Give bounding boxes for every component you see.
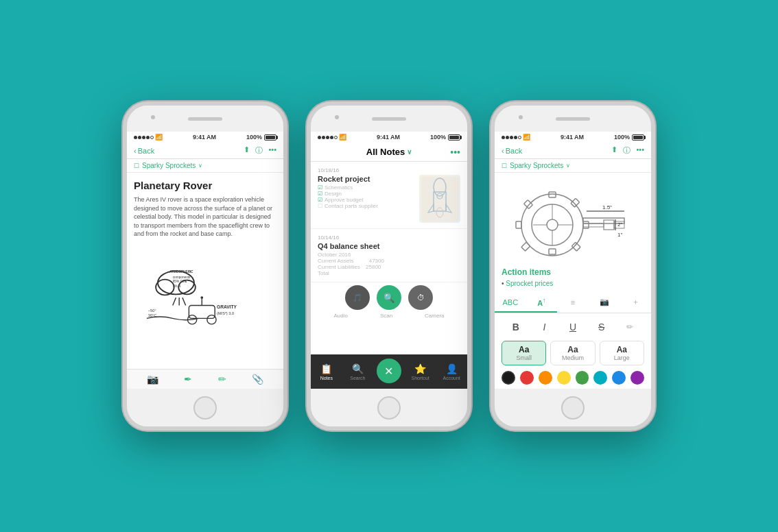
camera-scan-button[interactable]: ⏱: [408, 285, 433, 310]
svg-point-29: [547, 219, 558, 230]
note-list-title-1: Rocket project: [318, 175, 415, 183]
tab-shortcut[interactable]: ⭐ Shortcut: [405, 354, 436, 389]
color-green[interactable]: [576, 371, 589, 385]
tab-bar-2: 📋 Notes 🔍 Search ✕ ⭐ Shortcut 👤: [311, 354, 467, 389]
phone-bottom-1: [127, 389, 283, 426]
photo-tab-icon: 📷: [600, 298, 609, 306]
color-blue[interactable]: [612, 371, 626, 385]
notes-tab-icon: 📋: [320, 363, 332, 374]
tab-search[interactable]: 🔍 Search: [342, 354, 374, 389]
svg-text:30°C: 30°C: [148, 313, 157, 317]
account-tab-icon: 👤: [446, 363, 458, 374]
svg-rect-30: [549, 192, 556, 197]
format-tab-photo[interactable]: 📷: [589, 293, 620, 313]
info-icon-1[interactable]: ⓘ: [255, 145, 263, 156]
list-nav: All Notes ∨ •••: [311, 143, 467, 162]
note-date-2: 10/14/16: [318, 234, 460, 241]
scan-buttons: 🎵 🔍 ⏱: [311, 282, 467, 313]
phones-container: 📶 9:41 AM 100% ‹ Back ⬆ ⓘ •••: [123, 101, 655, 431]
svg-rect-36: [571, 242, 580, 251]
strikethrough-button[interactable]: S: [590, 317, 613, 337]
screen-2: 📶 9:41 AM 100% All Notes ∨ •••: [311, 132, 467, 389]
format-tab-text[interactable]: ABC: [495, 293, 526, 313]
rocket-preview-img: [419, 175, 460, 223]
tag-name-3[interactable]: Sparky Sprockets: [510, 162, 563, 169]
svg-text:ATMOSPHERIC: ATMOSPHERIC: [169, 270, 193, 274]
size-large-button[interactable]: Aa Large: [600, 341, 644, 365]
format-tab-add[interactable]: ＋: [620, 293, 651, 313]
info-icon-3[interactable]: ⓘ: [623, 145, 630, 156]
note-date-1: 10/18/16: [318, 167, 460, 173]
color-orange[interactable]: [539, 371, 552, 385]
color-purple[interactable]: [630, 371, 644, 385]
attachment-tool-icon[interactable]: 📎: [252, 374, 263, 385]
size-small-button[interactable]: Aa Small: [502, 341, 546, 365]
camera-2: [335, 115, 339, 119]
tab-add[interactable]: ✕: [373, 354, 405, 389]
svg-rect-10: [189, 305, 215, 318]
style-buttons-row: B I U S ✏: [502, 317, 644, 337]
wifi-icon-1: 📶: [155, 134, 163, 141]
italic-button[interactable]: I: [532, 317, 556, 337]
sketch-svg-1: ATMOSPHERIC components 95% CO₂ 3% N: [134, 244, 276, 354]
pencil-tool-icon[interactable]: ✏: [218, 374, 226, 385]
share-icon-1[interactable]: ⬆: [244, 145, 250, 156]
home-button-1[interactable]: [193, 396, 217, 420]
format-content: 1.5" 2" 1" Action items • Sprocket price…: [495, 173, 651, 293]
list-item[interactable]: 10/18/16 Rocket project ☑Schematics ☑Des…: [311, 162, 467, 229]
more-icon-3[interactable]: •••: [636, 145, 644, 156]
battery-icon-1: [264, 134, 276, 141]
pen-tool-icon[interactable]: ✒: [184, 374, 192, 385]
note-tasks-1: ☑Schematics ☑Design ☑Approve budget ☐Con…: [318, 184, 415, 209]
color-yellow[interactable]: [557, 371, 571, 385]
list-item[interactable]: 10/14/16 Q4 balance sheet October 2016 C…: [311, 229, 467, 282]
tag-name-1[interactable]: Sparky Sprockets: [142, 162, 196, 169]
action-bullet: • Sprocket prices: [502, 280, 644, 287]
tag-chevron-3[interactable]: ∨: [566, 162, 570, 169]
time-1: 9:41 AM: [193, 134, 216, 141]
color-red[interactable]: [520, 371, 534, 385]
size-medium-button[interactable]: Aa Medium: [550, 341, 595, 365]
tag-chevron-1[interactable]: ∨: [198, 162, 202, 169]
wifi-icon-2: 📶: [339, 134, 346, 141]
format-tab-list[interactable]: ≡: [557, 293, 589, 313]
svg-text:components: components: [173, 276, 191, 279]
camera-tool-icon[interactable]: 📷: [147, 374, 158, 385]
back-button-1[interactable]: ‹ Back: [134, 147, 154, 155]
list-more-icon[interactable]: •••: [450, 147, 460, 158]
svg-rect-37: [521, 242, 530, 251]
home-button-3[interactable]: [561, 396, 585, 420]
format-tab-style[interactable]: A↑: [526, 293, 558, 313]
status-bar-1: 📶 9:41 AM 100%: [127, 132, 283, 143]
svg-rect-44: [604, 220, 614, 230]
add-button[interactable]: ✕: [377, 359, 401, 383]
pencil-button[interactable]: ✏: [618, 317, 641, 337]
home-button-2[interactable]: [377, 396, 401, 420]
svg-text:95% CO₂: 95% CO₂: [173, 280, 187, 283]
nav-bar-1: ‹ Back ⬆ ⓘ •••: [127, 143, 283, 159]
notes-list: 10/18/16 Rocket project ☑Schematics ☑Des…: [311, 162, 467, 354]
status-bar-2: 📶 9:41 AM 100%: [311, 132, 467, 143]
more-icon-1[interactable]: •••: [268, 145, 276, 156]
color-teal[interactable]: [593, 371, 607, 385]
time-3: 9:41 AM: [561, 134, 584, 141]
svg-text:3% N: 3% N: [173, 285, 181, 288]
audio-button[interactable]: 🎵: [345, 285, 370, 310]
share-icon-3[interactable]: ⬆: [611, 145, 617, 156]
underline-button[interactable]: U: [561, 317, 585, 337]
wifi-icon-3: 📶: [523, 134, 530, 141]
tag-icon-3: ☐: [502, 162, 507, 169]
status-bar-3: 📶 9:41 AM 100%: [495, 132, 651, 143]
battery-icon-3: [632, 134, 644, 141]
tag-icon-1: ☐: [134, 162, 139, 169]
svg-text:~50°: ~50°: [148, 309, 156, 313]
color-black[interactable]: [502, 371, 515, 385]
back-button-3[interactable]: ‹ Back: [502, 147, 522, 155]
search-tab-icon: 🔍: [352, 363, 364, 374]
tab-account[interactable]: 👤 Account: [436, 354, 467, 389]
tab-notes[interactable]: 📋 Notes: [311, 354, 342, 389]
bold-button[interactable]: B: [504, 317, 528, 337]
color-row: [502, 371, 644, 385]
list-tab-icon: ≡: [571, 298, 575, 306]
scan-button[interactable]: 🔍: [377, 285, 401, 310]
